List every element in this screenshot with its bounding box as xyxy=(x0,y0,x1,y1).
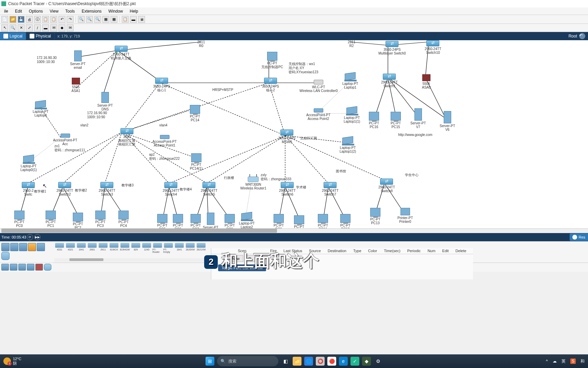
device-sw-s[interactable]: 2960-2Switc xyxy=(22,182,35,196)
device-pc13[interactable]: PC-PTPC13 xyxy=(370,208,380,225)
col-fire[interactable]: Fire xyxy=(267,248,280,254)
device-pc14[interactable]: PC-PTPC14 xyxy=(190,105,200,122)
col-periodic[interactable]: Periodic xyxy=(404,248,424,254)
copy-icon[interactable]: 📋 xyxy=(42,16,49,23)
select-icon[interactable]: ↖ xyxy=(1,25,8,31)
list-icon[interactable]: 📋 xyxy=(122,16,129,23)
tray-chevron-icon[interactable]: ^ xyxy=(546,359,548,364)
device-wlc[interactable]: WLC-PTWireless LAN Controller0 xyxy=(299,80,338,93)
menu-extensions[interactable]: Extensions xyxy=(78,8,105,14)
col-last-status[interactable]: Last Status xyxy=(280,248,306,254)
dev-2621xm[interactable]: 2621XM xyxy=(196,243,206,255)
weather-widget[interactable]: 1 12°C 阴 xyxy=(3,357,21,366)
root-button[interactable]: Root ↶ xyxy=(566,32,588,40)
undo-icon[interactable]: ↶ xyxy=(59,16,65,23)
menu-tools[interactable]: Tools xyxy=(62,8,78,14)
device-sw-s5[interactable]: 2960-24TTSwitch5 xyxy=(201,182,217,196)
network-canvas[interactable]: 172.16.90.301009::10:30 172.16.90.901009… xyxy=(0,40,588,233)
device-pc1[interactable]: PC-PTPC1 xyxy=(46,211,56,228)
redo-icon[interactable]: ↷ xyxy=(67,16,74,23)
col-edit[interactable]: Edit xyxy=(439,248,452,254)
device-pc0[interactable]: PC-PTPC0 xyxy=(14,211,24,228)
search-box[interactable]: 🔍 搜索 xyxy=(217,356,278,366)
cat-connections-icon[interactable] xyxy=(28,243,36,251)
device-msw3[interactable]: 3650-24PSMSW3 xyxy=(278,129,295,144)
device-pc15[interactable]: PC-PTPC15 xyxy=(391,112,401,129)
device-list-scrollbar[interactable] xyxy=(54,258,208,262)
dev-ptrouter[interactable]: PT-Router xyxy=(152,243,163,255)
device-pc2[interactable]: PC-PTPC2 xyxy=(73,213,83,230)
dev-1240[interactable]: 1240 xyxy=(142,243,152,255)
col-destination[interactable]: Destination xyxy=(324,248,350,254)
device-printer0[interactable]: Printer-PTPrinter0 xyxy=(397,208,413,224)
device-r2[interactable]: 2811R2 xyxy=(348,40,355,48)
new-scenario-button[interactable]: New xyxy=(228,255,243,262)
device-mls0[interactable]: 3560-24PSMultilayer Switch0 xyxy=(378,41,406,55)
draw-line-icon[interactable]: / xyxy=(34,25,41,31)
device-pc4[interactable]: PC-PTPC4 xyxy=(118,211,129,228)
device-sw0[interactable]: 2960-24TT机房接入交换 xyxy=(111,46,131,60)
open-icon[interactable]: 📁 xyxy=(10,16,16,23)
start-button[interactable]: ⊞ xyxy=(206,357,214,366)
device-sw-s7[interactable]: 2960-24TTSwitch7 xyxy=(322,182,339,196)
device-wrt[interactable]: WRT300NWireless Router1 xyxy=(240,177,266,190)
tab-logical[interactable]: Logical xyxy=(0,32,26,40)
device-sw-s2[interactable]: 2960-24TTSwitch2 xyxy=(56,182,73,196)
delete-icon[interactable]: ✕ xyxy=(18,25,24,31)
power-cycle-icon[interactable]: ⟳ xyxy=(27,234,33,240)
dev-2911[interactable]: 2911 xyxy=(98,243,108,255)
menu-window[interactable]: Window xyxy=(105,8,127,14)
app2-icon[interactable]: ⚙ xyxy=(374,357,382,366)
cat-misc-icon[interactable] xyxy=(37,243,45,251)
col-color[interactable]: Color xyxy=(365,248,380,254)
tab-physical[interactable]: Physical xyxy=(26,32,55,40)
device-core1[interactable]: 3650-24PS核心1 xyxy=(153,78,170,92)
subcat-wan-icon[interactable] xyxy=(44,264,51,271)
col-delete[interactable]: Delete xyxy=(452,248,470,254)
task-view-icon[interactable]: ◧ xyxy=(281,357,290,366)
zoom-reset-icon[interactable]: 🔍 xyxy=(94,16,101,23)
col-time[interactable]: Time(sec) xyxy=(380,248,404,254)
dev-819iox[interactable]: 819IOX xyxy=(109,243,119,255)
device-server-dns[interactable]: Server-PTDNS xyxy=(97,92,113,111)
menu-edit[interactable]: Edit xyxy=(12,8,26,14)
dev-829[interactable]: 829 xyxy=(131,243,141,255)
device-pc14-1[interactable]: PC-PTPC14(1) xyxy=(190,153,202,170)
cat-network-devices-icon[interactable] xyxy=(1,243,10,251)
device-laptop0[interactable]: Laptop-PTLaptop0 xyxy=(33,101,49,117)
zoom-in-icon[interactable]: 🔍 xyxy=(78,16,85,23)
subcat-security-icon[interactable] xyxy=(35,264,43,271)
canvas-scroll-thumb[interactable] xyxy=(1,229,277,233)
col-num[interactable]: Num xyxy=(424,248,439,254)
col-source[interactable]: Source xyxy=(306,248,324,254)
pdu-simple-icon[interactable]: ✉ xyxy=(50,25,57,31)
save-icon[interactable]: 💾 xyxy=(18,16,24,23)
device-laptop0-1[interactable]: Laptop-PTLaptop0(1) xyxy=(20,155,37,172)
explorer-icon[interactable]: 📁 xyxy=(293,357,301,366)
onedrive-icon[interactable]: ☁ xyxy=(553,359,557,364)
device-asa0[interactable]: 5505ASA0 xyxy=(422,74,431,89)
device-server-email[interactable]: Server-PTemail xyxy=(70,50,86,70)
message-icon[interactable]: ✉ xyxy=(67,25,74,31)
device-laptop2[interactable]: Laptop-PTLaptop2 xyxy=(239,213,255,229)
device-sw10[interactable]: 2960-24TTSwitch10 xyxy=(425,40,441,55)
device-sw-s4[interactable]: 2960-24TTSwitch4 xyxy=(163,182,179,196)
note-icon[interactable]: ▬ xyxy=(42,25,49,31)
resize-icon[interactable]: ⤢ xyxy=(26,25,33,31)
menu-options[interactable]: Options xyxy=(26,8,46,14)
cat-multiuser-icon[interactable] xyxy=(1,252,10,260)
pdu-complex-icon[interactable]: ◆ xyxy=(59,25,65,31)
cat-components-icon[interactable] xyxy=(19,243,27,251)
dev-2901[interactable]: 2901 xyxy=(87,243,97,255)
chrome-icon[interactable]: 🔴 xyxy=(327,357,336,366)
device-pc16[interactable]: PC-PTPC16 xyxy=(369,112,379,129)
wizard-icon[interactable]: ⓘ xyxy=(34,16,41,23)
menu-help[interactable]: Help xyxy=(126,8,142,14)
device-pc-wlc[interactable]: PC-PT无线控制器PC xyxy=(261,52,283,69)
device-sw-s8[interactable]: 2960-24TTSwitch8 xyxy=(378,179,395,193)
device-v7[interactable]: Server-PTV7 xyxy=(410,108,426,129)
device-core2[interactable]: 3650-24PS核心2 xyxy=(262,78,279,92)
device-pc3[interactable]: PC-PTPC3 xyxy=(95,211,105,228)
device-ap-pt2[interactable]: AccessPoint-PTAccess Point2 xyxy=(306,108,330,121)
subcat-wireless-icon[interactable] xyxy=(27,264,34,271)
